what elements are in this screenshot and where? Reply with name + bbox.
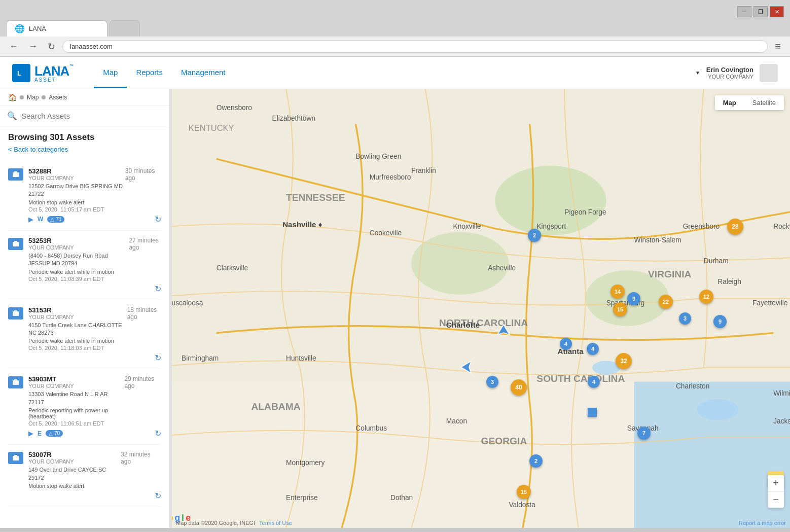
- terms-of-use-link[interactable]: Terms of Use: [259, 520, 292, 526]
- breadcrumb-map[interactable]: Map: [27, 94, 39, 101]
- asset-time-ago: 18 minutes ago: [127, 306, 161, 321]
- asset-alert: Periodic reporting with power up (heartb…: [28, 407, 124, 419]
- forward-button[interactable]: →: [25, 40, 41, 53]
- url-bar[interactable]: [62, 40, 768, 53]
- map-cluster[interactable]: 3: [486, 376, 498, 388]
- map-cluster[interactable]: 2: [529, 454, 543, 468]
- main-content: 🏠 Map Assets 🔍 Browsing 301 Assets < Bac…: [0, 89, 790, 528]
- map-cluster[interactable]: 3: [679, 312, 691, 325]
- history-icon[interactable]: ↻: [155, 491, 161, 501]
- map-pin-single[interactable]: [588, 408, 597, 417]
- map-data-label: Map data ©2020 Google, INEGI: [176, 520, 255, 526]
- logo-tm: ™: [69, 63, 74, 68]
- tab-reports[interactable]: Reports: [127, 58, 172, 88]
- asset-footer: ▶ E △ 70 ↻: [28, 429, 161, 438]
- svg-text:Pigeon Forge: Pigeon Forge: [564, 208, 606, 216]
- asset-details: 53153R YOUR COMPANY 4150 Turtle Creek La…: [28, 306, 161, 363]
- svg-text:Fayetteville: Fayetteville: [752, 299, 788, 307]
- map-cluster[interactable]: 40: [511, 379, 527, 396]
- svg-rect-6: [13, 311, 19, 316]
- report-map-error-link[interactable]: Report a map error: [739, 520, 786, 526]
- map-cluster[interactable]: 22: [659, 295, 673, 309]
- svg-text:Huntsville: Huntsville: [286, 354, 316, 362]
- list-item[interactable]: 53007R YOUR COMPANY 149 Overland Drive C…: [8, 445, 161, 507]
- zoom-out-button[interactable]: −: [768, 491, 784, 508]
- minimize-button[interactable]: ─: [737, 6, 751, 17]
- asset-details: 53903MT YOUR COMPANY 13303 Valentine Roa…: [28, 375, 161, 438]
- history-icon[interactable]: ↻: [155, 353, 161, 363]
- asset-icon: [8, 168, 23, 181]
- asset-icon: [8, 307, 23, 320]
- map-cluster[interactable]: 4: [588, 376, 600, 388]
- svg-text:Valdosta: Valdosta: [509, 501, 535, 509]
- history-icon[interactable]: ↻: [155, 284, 161, 294]
- svg-rect-7: [14, 310, 17, 312]
- map-cluster[interactable]: 15: [517, 485, 531, 499]
- svg-marker-69: [497, 325, 510, 335]
- search-input[interactable]: [21, 112, 162, 120]
- svg-text:Cookeville: Cookeville: [370, 229, 402, 237]
- map-cluster[interactable]: 9: [713, 315, 727, 328]
- reload-button[interactable]: ↻: [45, 40, 58, 53]
- map-cluster[interactable]: 7: [637, 427, 651, 440]
- history-icon[interactable]: ↻: [155, 215, 161, 224]
- map-area[interactable]: TENNESSEE NORTH CAROLINA ALABAMA SOUTH C…: [172, 89, 790, 528]
- svg-text:Murfreesboro: Murfreesboro: [370, 173, 411, 181]
- asset-time-ago: 30 minutes ago: [125, 167, 161, 182]
- map-cluster[interactable]: 14: [611, 285, 625, 299]
- asset-address: 12502 Garrow Drive BIG SPRING MD 21722: [28, 183, 125, 198]
- svg-rect-4: [13, 242, 19, 246]
- svg-text:KENTUCKY: KENTUCKY: [189, 123, 234, 132]
- svg-rect-11: [14, 455, 17, 456]
- empty-tab[interactable]: [110, 20, 140, 37]
- tab-management[interactable]: Management: [172, 58, 235, 88]
- breadcrumb-assets: Assets: [49, 94, 67, 101]
- active-tab[interactable]: 🌐 LANA: [6, 20, 107, 37]
- back-button[interactable]: ←: [6, 40, 21, 53]
- user-avatar[interactable]: [760, 64, 778, 82]
- svg-text:Clarksville: Clarksville: [217, 264, 248, 272]
- browsing-header: Browsing 301 Assets: [8, 132, 161, 143]
- svg-text:Wilmington: Wilmington: [773, 389, 790, 397]
- close-button[interactable]: ✕: [770, 6, 784, 17]
- svg-text:TENNESSEE: TENNESSEE: [286, 192, 345, 203]
- satellite-view-button[interactable]: Satellite: [744, 95, 784, 110]
- svg-text:Macon: Macon: [446, 417, 467, 425]
- map-view-button[interactable]: Map: [715, 95, 744, 110]
- map-svg: TENNESSEE NORTH CAROLINA ALABAMA SOUTH C…: [172, 89, 790, 528]
- svg-text:Montgomery: Montgomery: [286, 459, 325, 467]
- map-cluster[interactable]: 28: [727, 219, 743, 235]
- asset-count-badge: △ 71: [47, 216, 64, 223]
- map-cluster[interactable]: 15: [613, 302, 627, 316]
- map-cluster[interactable]: 2: [528, 229, 541, 242]
- home-icon[interactable]: 🏠: [8, 93, 17, 101]
- svg-marker-70: [461, 361, 471, 373]
- list-item[interactable]: 53288R YOUR COMPANY 12502 Garrow Drive B…: [8, 161, 161, 231]
- back-to-categories[interactable]: < Back to categories: [8, 146, 161, 153]
- list-item[interactable]: 53153R YOUR COMPANY 4150 Turtle Creek La…: [8, 300, 161, 370]
- browser-chrome: ─ ❐ ✕ 🌐 LANA: [0, 0, 790, 37]
- asset-id: 53903MT: [28, 375, 124, 383]
- asset-alert: Motion stop wake alert: [28, 199, 125, 205]
- list-item[interactable]: 53903MT YOUR COMPANY 13303 Valentine Roa…: [8, 369, 161, 445]
- tab-bar: 🌐 LANA: [6, 20, 784, 37]
- history-icon[interactable]: ↻: [155, 429, 161, 438]
- asset-details: 53288R YOUR COMPANY 12502 Garrow Drive B…: [28, 167, 161, 224]
- map-cluster[interactable]: 32: [616, 353, 632, 369]
- search-bar: 🔍: [0, 106, 169, 126]
- asset-company: YOUR COMPANY: [28, 314, 127, 320]
- list-item[interactable]: 53253R YOUR COMPANY (8400 - 8458) Dorsey…: [8, 231, 161, 300]
- map-cluster[interactable]: 12: [699, 290, 713, 304]
- asset-address: 149 Overland Drive CAYCE SC 29172: [28, 466, 121, 482]
- map-cluster[interactable]: 4: [560, 338, 572, 350]
- map-cluster[interactable]: 9: [627, 292, 640, 305]
- maximize-button[interactable]: ❐: [753, 6, 768, 17]
- zoom-in-button[interactable]: +: [768, 475, 784, 491]
- breadcrumb-separator: [20, 95, 24, 99]
- menu-icon[interactable]: ≡: [772, 40, 784, 53]
- asset-timestamp: Oct 5, 2020, 11:06:51 am EDT: [28, 420, 124, 427]
- svg-text:Knoxville: Knoxville: [453, 223, 481, 230]
- svg-text:o: o: [172, 513, 173, 523]
- tab-map[interactable]: Map: [94, 58, 127, 88]
- map-cluster[interactable]: 4: [587, 343, 599, 355]
